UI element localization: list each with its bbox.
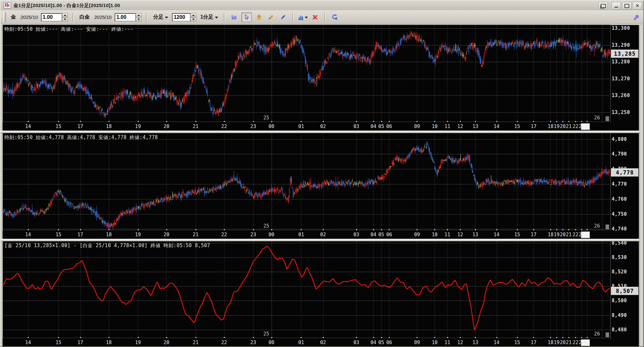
close-icon: × (636, 3, 639, 8)
x-tick-label: 04 (371, 340, 376, 345)
x-tick-label: 15 (514, 232, 520, 238)
x-tick-label: 05 (379, 340, 384, 345)
pencil-draw-button[interactable] (266, 12, 276, 22)
x-tick-label: 21 (193, 340, 199, 345)
gold-price-axis[interactable]: 13,30013,29013,28013,27013,26013,25013,2… (611, 25, 639, 131)
platinum-ratio-up-button[interactable] (136, 13, 142, 17)
x-tick-label: 03 (354, 124, 359, 129)
x-tick-label: 14 (25, 340, 31, 345)
chart-settings-button[interactable] (229, 12, 240, 22)
pen-draw-icon (280, 14, 286, 20)
platinum-ratio-input[interactable] (115, 13, 136, 21)
bar-style-button[interactable] (298, 12, 308, 22)
y-tick-label: 8,520 (612, 269, 627, 275)
y-tick-label: 8,480 (612, 327, 627, 333)
down-arrow-icon (192, 19, 195, 20)
x-tick-label: 03 (354, 340, 359, 345)
interval-dropdown[interactable]: 分足 (153, 14, 168, 20)
x-tick-label: 14 (494, 232, 500, 238)
gold-ratio-input[interactable] (41, 13, 62, 21)
x-tick-label: 10 (432, 124, 437, 129)
x-tick-label: 10 (432, 340, 437, 345)
x-tick-label: 14 (494, 124, 500, 129)
x-tick-label: 19 (135, 340, 141, 345)
toolbar-grip[interactable] (3, 12, 6, 22)
x-tick-label: 19 (554, 340, 559, 345)
platinum-price-axis[interactable]: 4,8004,7904,7804,7704,7604,7504,7404,778 (611, 133, 639, 239)
current-time-marker (581, 123, 590, 130)
current-time-marker (581, 231, 590, 238)
x-tick-label: 19 (135, 124, 141, 129)
chart-settings-icon (231, 14, 238, 20)
x-tick-label: 17 (531, 232, 536, 238)
platinum-time-axis[interactable]: 1415171819202122230001020304050609101112… (3, 230, 611, 239)
select-cursor-icon (244, 14, 249, 20)
pen-draw-button[interactable] (278, 12, 288, 22)
up-arrow-icon (137, 14, 140, 16)
spread-ohlc-info: [金 25/10 13,285×1.00] - [白金 25/10 4,778×… (4, 243, 210, 249)
x-tick-label: 11 (444, 340, 450, 345)
vertical-scroll-grip[interactable] (640, 25, 643, 347)
hand-pan-icon (256, 14, 262, 20)
x-tick-label: 18 (106, 124, 112, 129)
toolbar-separator (324, 13, 326, 22)
title-bar[interactable]: 金1分足[2025/10]1.00 - 白金1分足[2025/10]1.00 × (1, 1, 644, 10)
up-arrow-icon (64, 14, 66, 16)
hand-pan-button[interactable] (254, 12, 264, 22)
x-tick-label: 22 (221, 232, 227, 238)
x-tick-label: 12 (457, 124, 463, 129)
x-tick-label: 04 (371, 232, 376, 238)
panel-splitter[interactable] (1, 131, 643, 133)
current-time-marker (581, 339, 590, 346)
gold-month-label: 2025/10 (20, 14, 38, 20)
maximize-icon (624, 4, 629, 8)
maximize-button[interactable] (622, 2, 632, 10)
settings-wrench-button[interactable] (631, 12, 641, 22)
gold-ratio-spinbox (41, 13, 68, 21)
y-tick-label: 13,280 (612, 59, 630, 65)
timeframe-dropdown[interactable]: 1分足 (200, 14, 218, 20)
delete-study-button[interactable] (310, 12, 320, 22)
x-tick-label: 15 (514, 340, 520, 345)
gold-time-axis[interactable]: 1415171819202122230001020304050609101112… (3, 122, 611, 131)
x-tick-label: 12 (457, 340, 463, 345)
refresh-button[interactable]: B (330, 12, 340, 22)
y-tick-label: 4,800 (612, 136, 627, 142)
y-tick-label: 4,740 (612, 226, 627, 232)
bar-count-spinbox (172, 13, 196, 21)
bar-count-input[interactable] (172, 13, 191, 21)
bar-count-down-button[interactable] (191, 17, 196, 21)
x-tick-label: 22 (221, 124, 227, 129)
bar-count-up-button[interactable] (191, 13, 196, 17)
spread-price-axis[interactable]: 8,5408,5308,5208,5108,5008,4908,4808,507 (611, 241, 639, 347)
minimize-button[interactable] (612, 2, 621, 10)
float-icon (601, 4, 606, 8)
x-tick-label: 02 (320, 340, 326, 345)
platinum-ratio-down-button[interactable] (136, 17, 142, 21)
x-tick-label: 23 (250, 340, 256, 345)
gold-last-price-box: 13,285 (611, 50, 639, 58)
gold-chart-canvas[interactable] (3, 25, 610, 122)
spread-chart-canvas[interactable] (3, 241, 610, 338)
x-tick-label: 05 (379, 124, 384, 129)
platinum-ohlc-info: 時刻:05:50 始値:4,778 高値:4,778 安値:4,778 終値:4… (4, 134, 158, 141)
gold-ratio-down-button[interactable] (62, 17, 68, 21)
x-tick-label: 20 (560, 340, 566, 345)
y-tick-label: 13,300 (612, 25, 630, 31)
float-window-button[interactable] (599, 2, 608, 10)
x-tick-label: 19 (135, 232, 141, 238)
x-tick-label: 14 (25, 124, 31, 129)
gold-ratio-up-button[interactable] (62, 13, 68, 17)
platinum-chart-canvas[interactable] (3, 133, 610, 230)
x-tick-label: 17 (77, 124, 83, 129)
close-button[interactable]: × (633, 2, 642, 10)
platinum-month-label: 2025/10 (94, 14, 111, 20)
x-tick-label: 20 (164, 340, 169, 345)
spread-time-axis[interactable]: 1415171819202122230001020304050609101112… (3, 338, 611, 347)
panel-splitter[interactable] (1, 239, 643, 241)
x-tick-label: 15 (55, 340, 61, 345)
x-tick-label: 14 (25, 232, 31, 238)
select-cursor-button[interactable] (241, 12, 252, 22)
x-tick-label: 09 (414, 340, 420, 345)
y-tick-label: 8,490 (612, 312, 627, 318)
